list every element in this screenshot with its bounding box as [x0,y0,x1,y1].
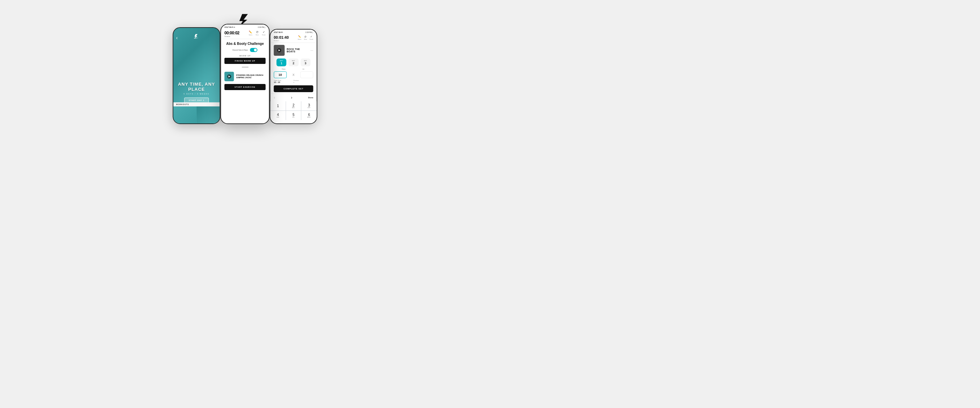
phone3-key-3-num: 3 [308,103,310,107]
phone2-warm-up-label: WARM UP [221,53,269,58]
phone3-header-icons: ✏️ Notes ⏱ Rest ✓ Finish [298,35,313,40]
phone2-time: 2:26 PM ▯ [258,26,266,28]
phone1-screen: AT&T Wi-Fi ✦ 2:26 PM ▯ ‹ ANY TIME, ANY P… [173,27,221,124]
phone3-previous-section: Previous - [294,79,313,83]
phone2-finish-warm-up-button[interactable]: FINISH WARM UP [224,58,266,64]
phone3-set-1-num: 1 [281,62,282,65]
phone2-duration-block: 00:00:02 Duration [224,30,240,37]
phone3-reps-label: Reps [274,68,294,70]
phone3-more-button[interactable]: ··· [310,49,313,52]
phone3-key-3[interactable]: 3 DEF [301,101,317,111]
phone1-hero-content: ANY TIME, ANY PLACE 5 DAYS / 5 WEEKS STA… [173,82,220,103]
phone2-divider [242,67,248,68]
back-arrow-icon: ‹ [176,35,178,40]
phone2-exercise-name: STANDING OBLIQUE CRUNCHJUMPING JACKS [236,74,263,79]
checkmark-icon: ✓ [263,30,265,34]
phone3-pencil-icon: ✏️ [298,35,301,38]
phone3-key-5[interactable]: 5 JKL [286,111,301,120]
phone3-set-tab-2[interactable]: SET 2 [288,59,298,66]
phone2-carrier: AT&T Wi-Fi ✦ [224,26,235,28]
phone3-lb-input[interactable] [301,71,313,78]
phone3-complete-set-button[interactable]: COMPLETE SET [274,85,313,92]
phone3-inputs-row: 10 X [270,71,317,79]
phone2-record-row: Record Sets & Reps [221,47,269,53]
phone2-record-label: Record Sets & Reps [232,49,248,51]
phone3-finish-button[interactable]: ✓ Finish [310,35,313,40]
phone3-key-4-letters: GHI [277,117,279,118]
phone3-exercise-thumbnail[interactable] [274,45,285,56]
phone3-sets-row: SET 1 SET 2 SET 3 [270,57,317,68]
phone3-key-2[interactable]: 2 ABC [286,101,301,111]
phone3-set-tab-3[interactable]: SET 3 [301,59,310,66]
phone3-next-arrow[interactable]: › [291,95,292,100]
phones-container: AT&T Wi-Fi ✦ 2:26 PM ▯ ‹ ANY TIME, ANY P… [173,27,318,124]
phone2-toggle[interactable] [250,48,258,52]
phone3-key-4-num: 4 [277,113,279,117]
phone3-key-2-letters: ABC [292,107,295,108]
phone3-multiplier: X [290,71,298,78]
phone3-key-6-letters: MNO [307,117,311,118]
phone3-key-1[interactable]: 1 [270,101,286,111]
phone3-done-button[interactable]: Done [308,97,313,98]
phone3-carrier: AT&T Wi-Fi [274,31,283,33]
phone2-screen: AT&T Wi-Fi ✦ 2:26 PM ▯ 00:00:02 Duration… [221,24,270,124]
phone3-set-tab-1[interactable]: SET 1 [277,59,286,66]
phone3-prev-arrow[interactable]: ‹ [274,95,275,100]
phone2-status-bar: AT&T Wi-Fi ✦ 2:26 PM ▯ [221,24,269,29]
phone3-play-button[interactable] [277,48,282,52]
phone2-duration-label: Duration [224,36,240,37]
phone3-keypad: 1 2 ABC 3 DEF 4 GHI 5 JKL 6 MNO [270,101,317,120]
phone2-rest-button[interactable]: ⏱ Rest [256,30,259,36]
phone3-reps-input[interactable]: 10 [274,71,287,78]
phone2-start-exercise-button[interactable]: START EXERCISE [224,84,266,90]
phone3-play-icon [279,49,280,51]
phone3-rest-button[interactable]: ⏱ Rest [304,36,307,40]
phone3-screen: AT&T Wi-Fi 2:28 PM ▯ 00:01:40 Duration ✏… [270,29,318,124]
phone1-hero-title: ANY TIME, ANY PLACE [173,82,220,92]
phone3-target-section: Target Reps 10 - 15 [274,79,294,83]
phone2-notes-button[interactable]: ✏️ Notes [249,30,252,36]
phone3-exercise-name: ROCK THE BOATS [287,48,309,53]
phone1-back-button[interactable]: ‹ [176,35,178,41]
phone2-exercise-thumbnail[interactable] [224,72,234,81]
play-triangle-icon [229,76,231,78]
phone3-lb-label: Lb [294,68,313,70]
notes-label: Notes [249,34,252,36]
phone3-x-value: X [292,73,294,76]
phone3-finish-label: Finish [310,38,313,40]
phone3-notes-button[interactable]: ✏️ Notes [298,35,301,40]
phone2-finish-button[interactable]: ✓ Finish [262,30,266,36]
phone3-nav-row: ‹ › Done [270,94,317,101]
phone3-clock-icon: ⏱ [304,36,307,38]
phone2-workout-title: Abs & Booty Challenge [221,39,269,47]
phone3-exercise-card: ROCK THE BOATS ··· [270,43,317,57]
phone3-status-bar: AT&T Wi-Fi 2:28 PM ▯ [270,30,317,34]
phone3-key-1-num: 1 [277,104,279,108]
phone1-workouts-section: WORKOUTS [173,102,220,124]
phone1-gymshark-logo [194,34,200,40]
phone3-duration-label: Duration [274,40,289,41]
phone3-duration-block: 00:01:40 Duration [274,35,289,41]
phone3-key-6-num: 6 [308,113,310,117]
phone3-key-4[interactable]: 4 GHI [270,111,286,120]
phone2-header-icons: ✏️ Notes ⏱ Rest ✓ Finish [249,30,266,36]
phone3-key-5-letters: JKL [292,117,295,118]
play-button[interactable] [227,75,231,79]
phone3-duration-value: 00:01:40 [274,35,289,40]
phone3-key-3-letters: DEF [308,107,311,108]
phone3-checkmark-icon: ✓ [310,35,312,38]
phone1-workout-image-2 [197,106,220,124]
phone1-workout-images [173,106,220,124]
phone3-key-5-num: 5 [293,113,295,117]
phone3-key-2-num: 2 [293,103,295,107]
rest-label: Rest [256,34,259,36]
phone3-rest-label: Rest [304,38,307,40]
phone2-header: 00:00:02 Duration ✏️ Notes ⏱ Rest ✓ Fini… [221,29,269,39]
clock-icon: ⏱ [256,30,259,34]
phone1-workouts-label: WORKOUTS [173,102,220,106]
phone3-inputs-header: Reps Lb [270,68,317,71]
phone2-exercise-row: STANDING OBLIQUE CRUNCHJUMPING JACKS [221,70,269,83]
phone3-time: 2:28 PM ▯ [305,31,313,33]
phone3-key-6[interactable]: 6 MNO [301,111,317,120]
pencil-icon: ✏️ [249,30,252,34]
